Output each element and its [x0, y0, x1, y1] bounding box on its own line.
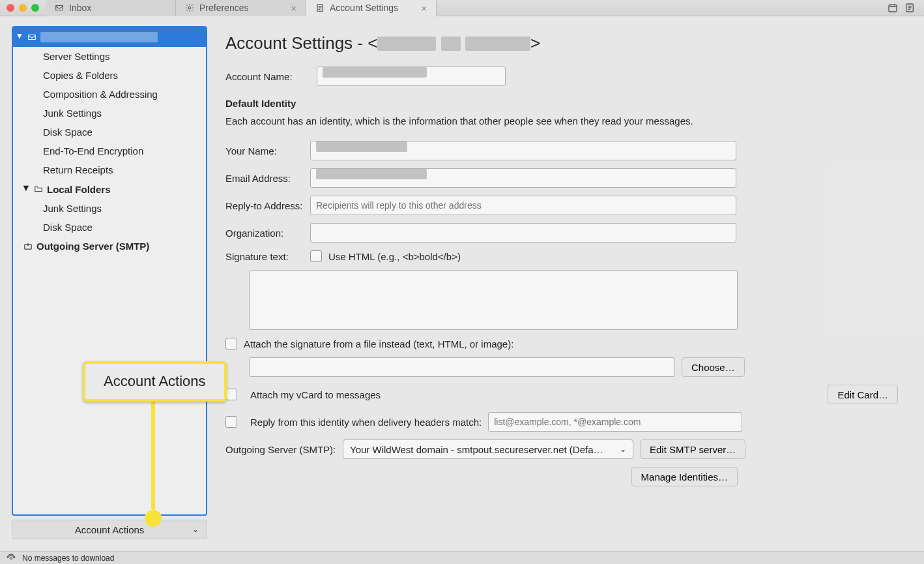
email-input[interactable]: [310, 168, 736, 188]
svg-point-0: [188, 7, 191, 9]
tab-preferences[interactable]: Preferences ×: [176, 0, 306, 16]
chevron-down-icon: ⌄: [620, 445, 626, 454]
your-name-input[interactable]: [310, 141, 736, 160]
activity-icon: [7, 554, 16, 563]
annotation-line: [151, 395, 155, 510]
account-actions-label: Account Actions: [75, 524, 145, 535]
account-name-input[interactable]: [317, 67, 506, 86]
account-header[interactable]: ▸: [13, 27, 206, 47]
status-bar: No messages to download: [0, 551, 924, 564]
account-name-label: Account Name:: [225, 71, 310, 82]
chevron-down-icon: ▸: [14, 34, 26, 40]
title-redacted-2: [441, 37, 461, 51]
outbox-icon: [23, 242, 33, 251]
tab-label: Inbox: [69, 3, 91, 13]
tab-inbox[interactable]: Inbox: [46, 0, 176, 16]
default-identity-heading: Default Identity: [225, 98, 898, 109]
close-icon[interactable]: ×: [421, 3, 427, 14]
local-folders-label: Local Folders: [47, 184, 111, 195]
sidebar-item-return-receipts[interactable]: Return Receipts: [13, 160, 206, 179]
chevron-down-icon: ⌄: [192, 525, 199, 534]
document-icon: [315, 3, 325, 12]
choose-file-button[interactable]: Choose…: [682, 357, 745, 377]
svg-point-5: [10, 557, 12, 559]
organization-label: Organization:: [225, 228, 310, 239]
sidebar-item-copies-folders[interactable]: Copies & Folders: [13, 66, 206, 85]
default-identity-desc: Each account has an identity, which is t…: [225, 115, 898, 126]
email-label: Email Address:: [225, 173, 310, 184]
smtp-label: Outgoing Server (SMTP): [36, 241, 149, 252]
attach-file-label: Attach the signature from a file instead…: [244, 338, 513, 349]
edit-card-button[interactable]: Edit Card…: [828, 385, 898, 404]
title-suffix: >: [530, 33, 540, 53]
organization-input[interactable]: [310, 223, 736, 243]
gear-icon: [185, 3, 194, 12]
folder-icon: [34, 185, 43, 194]
sidebar-item-junk-settings[interactable]: Junk Settings: [13, 104, 206, 123]
tab-label: Preferences: [199, 3, 248, 13]
sidebar-item-disk-space[interactable]: Disk Space: [13, 123, 206, 141]
workspace: ▸ Server Settings Copies & Folders Compo…: [0, 16, 924, 551]
annotation-dot: [145, 510, 162, 527]
tab-label: Account Settings: [330, 3, 398, 13]
sidebar-column: ▸ Server Settings Copies & Folders Compo…: [0, 16, 209, 551]
smtp-row-label: Outgoing Server (SMTP):: [225, 444, 336, 455]
signature-file-input[interactable]: [249, 357, 675, 377]
smtp-header[interactable]: Outgoing Server (SMTP): [13, 237, 206, 256]
title-prefix: Account Settings - <: [225, 33, 377, 53]
reply-match-checkbox[interactable]: [225, 416, 237, 428]
local-folders-header[interactable]: ▸ Local Folders: [13, 179, 206, 199]
title-redacted-1: [377, 37, 436, 51]
window-controls: [0, 4, 46, 12]
tasks-icon[interactable]: [904, 3, 915, 13]
signature-textarea[interactable]: [249, 270, 738, 330]
smtp-select[interactable]: Your WildWest domain - smtpout.secureser…: [343, 439, 633, 459]
account-settings-panel: Account Settings - < > Account Name: Def…: [209, 16, 924, 551]
status-text: No messages to download: [22, 554, 114, 563]
email-redacted: [316, 169, 427, 179]
accounts-tree: ▸ Server Settings Copies & Folders Compo…: [12, 26, 207, 516]
your-name-redacted: [316, 141, 407, 152]
svg-rect-2: [889, 5, 897, 12]
replyto-label: Reply-to Address:: [225, 200, 310, 211]
chevron-down-icon: ▸: [21, 186, 33, 192]
tab-account-settings[interactable]: Account Settings ×: [306, 0, 437, 16]
sidebar-item-e2e-encryption[interactable]: End-To-End Encryption: [13, 141, 206, 160]
attach-vcard-checkbox[interactable]: [225, 389, 237, 400]
replyto-input[interactable]: [310, 196, 736, 215]
zoom-window-button[interactable]: [31, 4, 39, 12]
calendar-icon[interactable]: [888, 3, 898, 13]
attach-vcard-label: Attach my vCard to messages: [250, 389, 821, 400]
manage-identities-button[interactable]: Manage Identities…: [631, 467, 738, 486]
account-actions-button[interactable]: Account Actions ⌄: [12, 520, 207, 539]
account-name-redacted: [40, 32, 158, 42]
smtp-select-value: Your WildWest domain - smtpout.secureser…: [350, 444, 603, 455]
titlebar: Inbox Preferences × Account Settings ×: [0, 0, 924, 16]
tab-strip: Inbox Preferences × Account Settings ×: [46, 0, 437, 16]
sidebar-item-local-disk[interactable]: Disk Space: [13, 218, 206, 237]
reply-match-input[interactable]: [488, 412, 742, 432]
close-icon[interactable]: ×: [291, 3, 296, 14]
sidebar-item-local-junk[interactable]: Junk Settings: [13, 199, 206, 218]
sidebar-item-composition[interactable]: Composition & Addressing: [13, 85, 206, 104]
reply-match-label: Reply from this identity when delivery h…: [250, 417, 482, 428]
use-html-label: Use HTML (e.g., <b>bold</b>): [328, 251, 461, 262]
minimize-window-button[interactable]: [19, 4, 27, 12]
account-name-redacted: [323, 67, 427, 78]
mail-icon: [27, 33, 36, 42]
close-window-button[interactable]: [7, 4, 14, 12]
your-name-label: Your Name:: [225, 145, 310, 156]
inbox-icon: [55, 3, 64, 12]
signature-label: Signature text:: [225, 251, 310, 262]
sidebar-item-server-settings[interactable]: Server Settings: [13, 47, 206, 66]
page-title: Account Settings - < >: [225, 33, 898, 53]
use-html-checkbox[interactable]: [310, 250, 322, 262]
attach-file-checkbox[interactable]: [225, 338, 237, 349]
edit-smtp-button[interactable]: Edit SMTP server…: [640, 439, 745, 459]
title-redacted-3: [465, 37, 530, 51]
